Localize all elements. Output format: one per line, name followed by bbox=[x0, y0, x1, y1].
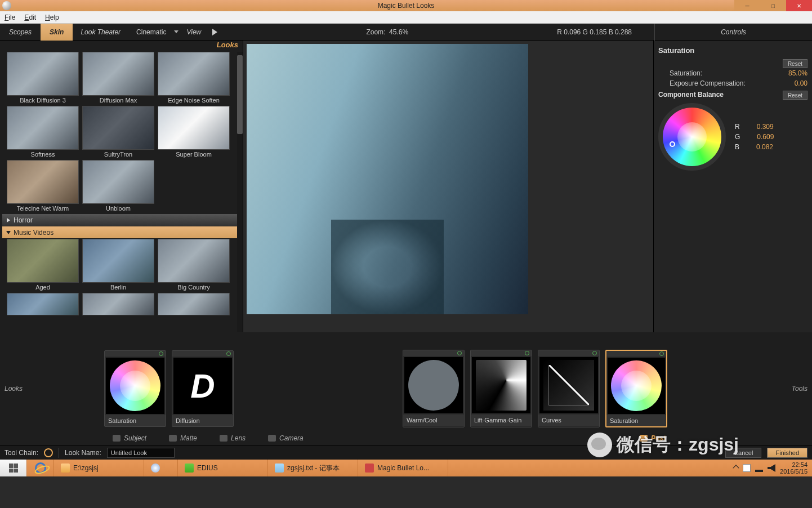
windows-icon bbox=[9, 464, 18, 473]
taskbar-browser[interactable] bbox=[144, 460, 178, 476]
menu-edit[interactable]: Edit bbox=[24, 14, 36, 21]
dropdown-arrow-icon[interactable] bbox=[174, 30, 179, 33]
category-music-videos[interactable]: Music Videos bbox=[2, 226, 240, 238]
power-icon[interactable] bbox=[457, 351, 462, 355]
stage-subject[interactable]: Subject bbox=[113, 434, 146, 442]
category-horror[interactable]: Horror bbox=[2, 214, 240, 226]
saturation-value[interactable]: 85.0% bbox=[779, 69, 807, 77]
tray-chevron-icon[interactable] bbox=[733, 465, 739, 471]
look-item[interactable]: Big Country bbox=[158, 239, 230, 292]
taskbar-mbl[interactable]: Magic Bullet Lo... bbox=[358, 460, 448, 476]
titlebar: Magic Bullet Looks ─ □ ✕ bbox=[0, 0, 812, 11]
lookname-input[interactable] bbox=[107, 448, 175, 458]
look-item[interactable]: Black Diffusion 3 bbox=[7, 52, 79, 105]
color-wheel[interactable] bbox=[658, 103, 726, 171]
start-button[interactable] bbox=[0, 460, 27, 476]
chevron-down-icon bbox=[6, 231, 11, 234]
lookname-label: Look Name: bbox=[65, 449, 101, 457]
chain-item-lift-gamma-gain[interactable]: Lift-Gamma-Gain bbox=[470, 350, 532, 427]
view-label[interactable]: View bbox=[179, 28, 209, 36]
subject-icon bbox=[113, 435, 121, 442]
control-title: Saturation bbox=[658, 44, 807, 59]
chain-item-warm-cool[interactable]: Warm/Cool bbox=[403, 350, 465, 427]
look-item[interactable]: SultryTron bbox=[82, 106, 154, 159]
preview-image bbox=[247, 44, 528, 314]
tray-network-icon[interactable] bbox=[755, 464, 763, 472]
look-item[interactable]: Aged bbox=[7, 239, 79, 292]
play-icon[interactable] bbox=[212, 29, 217, 35]
ie-icon bbox=[35, 462, 46, 474]
main-area: Looks Black Diffusion 3 Diffusion Max Ed… bbox=[0, 41, 812, 332]
looks-grid: Black Diffusion 3 Diffusion Max Edge Noi… bbox=[0, 52, 243, 332]
color-wheel-marker[interactable] bbox=[670, 141, 675, 147]
power-icon[interactable] bbox=[525, 351, 529, 355]
power-icon[interactable] bbox=[226, 351, 231, 356]
power-icon[interactable] bbox=[659, 351, 664, 356]
look-item[interactable]: Berlin bbox=[82, 239, 154, 292]
cancel-button[interactable]: Cancel bbox=[725, 448, 761, 458]
menu-help[interactable]: Help bbox=[45, 14, 59, 21]
reset-balance-button[interactable]: Reset bbox=[783, 91, 807, 100]
app-icon bbox=[2, 1, 11, 10]
controls-header: Controls bbox=[654, 24, 812, 41]
tools-side-label[interactable]: Tools bbox=[792, 385, 807, 393]
taskbar-clock[interactable]: 22:54 2016/5/15 bbox=[780, 461, 807, 475]
system-tray[interactable]: 22:54 2016/5/15 bbox=[734, 461, 812, 475]
taskbar-edius[interactable]: EDIUS bbox=[178, 460, 268, 476]
taskbar-explorer[interactable]: E:\zgsjsj bbox=[54, 460, 144, 476]
stage-bar: Subject Matte Lens Camera Post bbox=[0, 431, 812, 445]
look-item[interactable]: Super Bloom bbox=[158, 106, 230, 159]
reset-button[interactable]: Reset bbox=[783, 59, 807, 68]
bottombar: Tool Chain: Look Name: Cancel Finished bbox=[0, 445, 812, 460]
zoom-readout: Zoom: 45.6% bbox=[366, 28, 408, 36]
look-theater-label[interactable]: Look Theater bbox=[73, 28, 128, 36]
look-item[interactable]: Telecine Net Warm bbox=[7, 160, 79, 213]
stage-camera[interactable]: Camera bbox=[268, 434, 304, 442]
power-icon[interactable] bbox=[159, 351, 163, 356]
maximize-button[interactable]: □ bbox=[760, 0, 786, 11]
tab-skin[interactable]: Skin bbox=[41, 24, 73, 41]
looks-scrollbar[interactable] bbox=[237, 52, 243, 332]
exposure-label: Exposure Compensation: bbox=[670, 79, 746, 87]
category-dropdown[interactable]: Cinematic bbox=[128, 28, 174, 36]
close-button[interactable]: ✕ bbox=[786, 0, 812, 11]
look-item[interactable]: Edge Noise Soften bbox=[158, 52, 230, 105]
balance-rgb-readout: R0.309 G0.609 B0.082 bbox=[735, 103, 774, 171]
looks-panel: Looks Black Diffusion 3 Diffusion Max Ed… bbox=[0, 41, 243, 332]
look-item[interactable]: Diffusion Max bbox=[82, 52, 154, 105]
power-icon[interactable] bbox=[592, 351, 597, 355]
stage-post[interactable]: Post bbox=[640, 434, 666, 442]
tab-scopes[interactable]: Scopes bbox=[0, 24, 41, 41]
rgb-readout: R 0.096 G 0.185 B 0.288 bbox=[557, 28, 654, 36]
look-item[interactable] bbox=[158, 293, 230, 315]
toolchain-power-icon[interactable] bbox=[44, 448, 53, 457]
folder-icon bbox=[61, 464, 70, 473]
finished-button[interactable]: Finished bbox=[767, 448, 807, 458]
lens-icon bbox=[220, 435, 227, 442]
stage-matte[interactable]: Matte bbox=[169, 434, 197, 442]
look-item[interactable] bbox=[82, 293, 154, 315]
look-item[interactable]: Unbloom bbox=[82, 160, 154, 213]
tray-sound-icon[interactable] bbox=[768, 464, 775, 472]
chain-item-saturation[interactable]: Saturation bbox=[104, 350, 166, 427]
saturation-label: Saturation: bbox=[670, 69, 702, 77]
camera-icon bbox=[268, 435, 276, 442]
chain-item-curves[interactable]: Curves bbox=[538, 350, 600, 427]
minimize-button[interactable]: ─ bbox=[734, 0, 760, 11]
taskbar-notepad[interactable]: zgsjsj.txt - 记事本 bbox=[268, 460, 358, 476]
toolbar: Scopes Skin Look Theater Cinematic View … bbox=[0, 24, 812, 41]
tool-chain: Looks Tools Saturation D Diffusion Warm/… bbox=[0, 332, 812, 445]
tray-flag-icon[interactable] bbox=[743, 464, 751, 472]
exposure-value[interactable]: 0.00 bbox=[779, 79, 807, 87]
taskbar-ie[interactable] bbox=[27, 460, 54, 476]
chevron-right-icon bbox=[7, 218, 10, 222]
stage-lens[interactable]: Lens bbox=[220, 434, 246, 442]
look-item[interactable]: Softness bbox=[7, 106, 79, 159]
preview-viewport[interactable] bbox=[243, 41, 653, 332]
look-item[interactable] bbox=[7, 293, 79, 315]
looks-side-label[interactable]: Looks bbox=[5, 385, 23, 393]
chain-item-saturation-post[interactable]: Saturation bbox=[605, 350, 667, 427]
post-icon bbox=[640, 435, 648, 442]
chain-item-diffusion[interactable]: D Diffusion bbox=[172, 350, 234, 427]
menu-file[interactable]: File bbox=[5, 14, 15, 21]
